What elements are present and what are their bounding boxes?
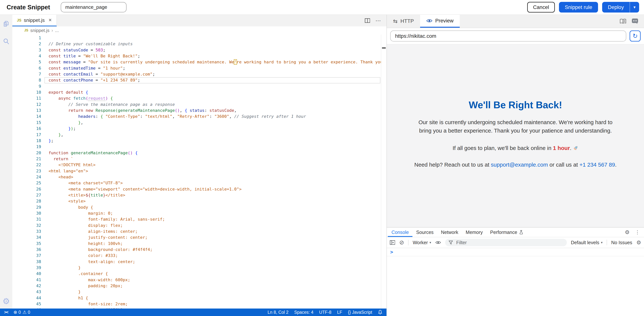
- devtools-tab-network[interactable]: Network: [437, 228, 462, 237]
- live-expression-eye-icon[interactable]: [435, 240, 441, 245]
- split-editor-icon[interactable]: [365, 18, 370, 23]
- code-line[interactable]: 18};: [12, 138, 386, 144]
- code-line[interactable]: 2// Define your customizable inputs: [12, 41, 386, 47]
- code-line[interactable]: 46 color: #0056b3;: [12, 307, 386, 308]
- line-content: text-align: center;: [48, 259, 135, 265]
- code-line[interactable]: 41 max-width: 600px;: [12, 277, 386, 283]
- code-line[interactable]: 23<html lang="en">: [12, 168, 386, 174]
- code-line[interactable]: 25 <meta charset="UTF-8">: [12, 180, 386, 186]
- console-filter[interactable]: [445, 239, 567, 246]
- devtools-tab-console[interactable]: Console: [388, 228, 412, 237]
- console-settings-gear-icon[interactable]: ⚙: [636, 240, 641, 245]
- discord-icon[interactable]: [632, 18, 638, 24]
- code-line[interactable]: 21 return `: [12, 156, 386, 162]
- code-line[interactable]: 45 font-size: 2rem;: [12, 301, 386, 307]
- line-number: 28: [12, 198, 41, 204]
- code-line[interactable]: 32 display: flex;: [12, 222, 386, 228]
- remote-indicator-icon[interactable]: ><: [4, 310, 8, 315]
- language-mode[interactable]: {} JavaScript: [348, 310, 372, 315]
- support-email-link[interactable]: support@example.com: [491, 162, 548, 168]
- cursor-position[interactable]: Ln 8, Col 2: [268, 310, 288, 315]
- eol-setting[interactable]: LF: [337, 310, 342, 315]
- phone-link[interactable]: +1 234 567 89: [579, 162, 615, 168]
- code-line[interactable]: 16 });: [12, 126, 386, 132]
- code-line[interactable]: 31 font-family: Arial, sans-serif;: [12, 216, 386, 222]
- preview-url-input[interactable]: [390, 31, 626, 42]
- code-line[interactable]: 33 align-items: center;: [12, 228, 386, 234]
- snippet-rule-button[interactable]: Snippet rule: [559, 2, 598, 13]
- tab-preview[interactable]: Preview: [420, 15, 460, 28]
- code-lines[interactable]: 12// Define your customizable inputs3con…: [12, 35, 386, 309]
- code-line[interactable]: 1: [12, 35, 386, 41]
- code-line[interactable]: 35 height: 100vh;: [12, 241, 386, 247]
- tab-http[interactable]: ⇆ HTTP: [387, 15, 420, 28]
- code-line[interactable]: 29 body {: [12, 204, 386, 210]
- code-line[interactable]: 7const contactEmail = "support@example.c…: [12, 71, 386, 77]
- code-line[interactable]: 12 // Serve the maintenance page as a re…: [12, 102, 386, 108]
- encoding-setting[interactable]: UTF-8: [319, 310, 331, 315]
- code-line[interactable]: 38 text-align: center;: [12, 259, 386, 265]
- settings-gear-icon[interactable]: ⚙: [2, 297, 10, 305]
- code-line[interactable]: 13 return new Response(generateMaintenan…: [12, 108, 386, 114]
- code-line[interactable]: 17 },: [12, 132, 386, 138]
- cancel-button[interactable]: Cancel: [527, 2, 555, 13]
- search-icon[interactable]: [2, 38, 10, 45]
- code-line[interactable]: 24 <head>: [12, 174, 386, 180]
- code-line[interactable]: 6const estimatedTime = "1 hour";: [12, 65, 386, 71]
- console-sidebar-toggle-icon[interactable]: [390, 240, 395, 245]
- code-line[interactable]: 20function generateMaintenancePage() {: [12, 150, 386, 156]
- devtools-kebab-menu-icon[interactable]: ⋮: [635, 230, 640, 235]
- notifications-bell-icon[interactable]: [378, 310, 382, 315]
- code-line[interactable]: 15 },: [12, 120, 386, 126]
- code-line[interactable]: 34 justify-content: center;: [12, 234, 386, 240]
- code-line[interactable]: 36 background-color: #f4f4f4;: [12, 247, 386, 253]
- code-line[interactable]: 3const statusCode = 503;: [12, 47, 386, 53]
- code-line[interactable]: 43 }: [12, 289, 386, 295]
- code-line[interactable]: 19: [12, 144, 386, 150]
- deploy-button[interactable]: Deploy: [602, 2, 630, 13]
- docs-book-icon[interactable]: [620, 19, 626, 24]
- breadcrumb[interactable]: JS snippet.js › ...: [12, 26, 386, 35]
- code-line[interactable]: 40 .container {: [12, 271, 386, 277]
- problems-indicator[interactable]: ⊗0 ⚠0: [14, 310, 30, 315]
- issues-counter[interactable]: No Issues: [611, 240, 632, 245]
- indentation-setting[interactable]: Spaces: 4: [294, 310, 314, 315]
- console-prompt-row[interactable]: >: [387, 248, 644, 256]
- breadcrumb-file[interactable]: snippet.js: [30, 28, 49, 33]
- close-tab-icon[interactable]: ✕: [48, 18, 52, 23]
- code-line[interactable]: 5const message = "Our site is currently …: [12, 59, 386, 65]
- tab-snippet-js[interactable]: JS snippet.js ✕: [12, 15, 57, 26]
- filter-input[interactable]: [456, 239, 564, 245]
- devtools-tab-memory[interactable]: Memory: [462, 228, 486, 237]
- code-editor[interactable]: 12// Define your customizable inputs3con…: [12, 35, 386, 309]
- devtools-tab-performance[interactable]: Performance: [486, 228, 527, 237]
- breadcrumb-symbol[interactable]: ...: [55, 28, 59, 33]
- code-line[interactable]: 22 <!DOCTYPE html>: [12, 162, 386, 168]
- code-line[interactable]: 9: [12, 83, 386, 89]
- code-line[interactable]: 8const contactPhone = "+1 234 567 89";: [12, 77, 386, 83]
- more-actions-icon[interactable]: ⋯: [376, 18, 381, 24]
- code-line[interactable]: 30 margin: 0;: [12, 210, 386, 216]
- code-line[interactable]: 14 headers: { "Content-Type": "text/html…: [12, 114, 386, 120]
- code-line[interactable]: 27 <title>${title}</title>: [12, 192, 386, 198]
- error-count: 0: [18, 310, 21, 315]
- clear-console-icon[interactable]: ⊘: [399, 240, 404, 245]
- editor-scrollbar[interactable]: [381, 35, 387, 309]
- deploy-dropdown-button[interactable]: ▾: [630, 2, 639, 13]
- code-line[interactable]: 4const title = "We'll Be Right Back!";: [12, 53, 386, 59]
- code-line[interactable]: 26 <meta name="viewport" content="width=…: [12, 186, 386, 192]
- code-line[interactable]: 28 <style>: [12, 198, 386, 204]
- code-line[interactable]: 37 color: #333;: [12, 253, 386, 259]
- code-line[interactable]: 11 async fetch(request) {: [12, 95, 386, 101]
- code-line[interactable]: 42 padding: 20px;: [12, 283, 386, 289]
- code-line[interactable]: 39 }: [12, 265, 386, 271]
- code-line[interactable]: 10export default {: [12, 89, 386, 95]
- devtools-settings-gear-icon[interactable]: ⚙: [625, 230, 630, 235]
- code-line[interactable]: 44 h1 {: [12, 295, 386, 301]
- log-levels-selector[interactable]: Default levels▾: [571, 240, 603, 245]
- snippet-name-input[interactable]: [61, 2, 126, 12]
- devtools-tab-sources[interactable]: Sources: [412, 228, 437, 237]
- context-selector[interactable]: Worker▾: [413, 240, 431, 245]
- refresh-button[interactable]: ↻: [630, 31, 641, 42]
- files-icon[interactable]: [2, 20, 10, 27]
